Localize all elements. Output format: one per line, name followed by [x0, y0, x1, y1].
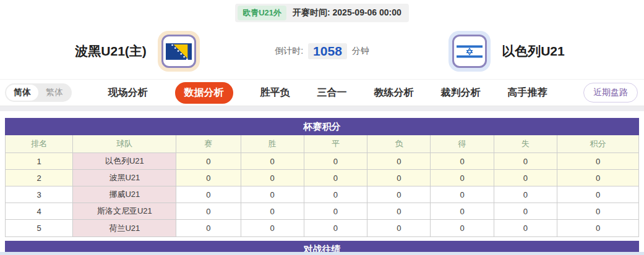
team-cell: 荷兰U21: [73, 220, 176, 236]
stat-cell: 0: [431, 220, 494, 236]
stat-cell: 0: [176, 186, 241, 203]
stat-cell: 0: [367, 203, 431, 219]
nav-tabs: 现场分析数据分析胜平负三合一教练分析裁判分析高手推荐: [72, 82, 583, 104]
table-row: 4斯洛文尼亚U210000000: [6, 203, 638, 220]
table-row: 1以色列U210000000: [6, 153, 638, 170]
stat-cell: 0: [304, 203, 367, 219]
team-cell: 挪威U21: [73, 186, 176, 203]
cup-standings-section: 杯赛积分 排名球队赛胜平负得失积分 1以色列U2100000002波黑U2100…: [5, 118, 639, 237]
kickoff-time: 开赛时间: 2025-09-06 00:00: [293, 7, 401, 19]
stat-cell: 0: [304, 153, 367, 169]
stat-cell: 0: [241, 153, 304, 169]
next-section-edge: [0, 252, 644, 255]
tab-2[interactable]: 胜平负: [260, 86, 290, 99]
rank-cell: 4: [6, 203, 73, 219]
column-header: 得: [431, 135, 494, 153]
away-team-name: 以色列U21: [502, 43, 565, 60]
stat-cell: 0: [367, 220, 431, 236]
column-header: 赛: [176, 135, 241, 153]
stat-cell: 0: [176, 153, 241, 169]
language-toggle: 简体 繁体: [5, 83, 72, 102]
column-header: 负: [367, 135, 431, 153]
rank-cell: 3: [6, 186, 73, 203]
stat-cell: 0: [494, 220, 557, 236]
away-team-zone: 以色列U21: [369, 31, 644, 72]
countdown-unit: 分钟: [352, 46, 369, 57]
stat-cell: 0: [494, 153, 557, 169]
stat-cell: 0: [304, 170, 367, 186]
cup-standings-title: 杯赛积分: [5, 118, 639, 135]
cup-standings-table: 排名球队赛胜平负得失积分 1以色列U2100000002波黑U210000000…: [5, 135, 639, 237]
israel-flag-icon: [452, 35, 487, 68]
stat-cell: 0: [241, 170, 304, 186]
column-header: 胜: [241, 135, 304, 153]
match-header: 欧青U21外 开赛时间: 2025-09-06 00:00 波黑U21(主): [0, 0, 644, 73]
lang-simplified-button[interactable]: 简体: [6, 85, 38, 101]
nav-bar: 简体 繁体 现场分析数据分析胜平负三合一教练分析裁判分析高手推荐 近期盘路: [0, 79, 644, 106]
countdown-value: 1058: [308, 43, 347, 59]
league-badge: 欧青U21外: [238, 6, 286, 20]
stat-cell: 0: [176, 220, 241, 236]
table-row: 3挪威U210000000: [6, 186, 638, 203]
stat-cell: 0: [557, 153, 638, 169]
stat-cell: 0: [176, 203, 241, 219]
stat-cell: 0: [494, 203, 557, 219]
tab-1[interactable]: 数据分析: [175, 82, 233, 104]
israel-flag: [457, 43, 483, 60]
stat-cell: 0: [367, 186, 431, 203]
rank-cell: 1: [6, 153, 73, 169]
stat-cell: 0: [494, 170, 557, 186]
home-team-name: 波黑U21(主): [75, 43, 147, 60]
table-row: 5荷兰U210000000: [6, 220, 638, 236]
table-row: 2波黑U210000000: [6, 170, 638, 186]
countdown: 倒计时: 1058 分钟: [275, 43, 369, 59]
column-header: 失: [494, 135, 557, 153]
stat-cell: 0: [241, 186, 304, 203]
kickoff-bar: 欧青U21外 开赛时间: 2025-09-06 00:00: [235, 4, 409, 22]
recent-trends-button[interactable]: 近期盘路: [583, 83, 638, 102]
stat-cell: 0: [241, 203, 304, 219]
stat-cell: 0: [241, 220, 304, 236]
column-header: 平: [304, 135, 367, 153]
column-header: 球队: [73, 135, 176, 153]
teams-row: 波黑U21(主): [0, 30, 644, 73]
home-team-zone: 波黑U21(主): [0, 31, 275, 72]
stat-cell: 0: [367, 170, 431, 186]
team-cell: 以色列U21: [73, 153, 176, 169]
rank-cell: 5: [6, 220, 73, 236]
section-divider: [0, 106, 644, 111]
stat-cell: 0: [557, 203, 638, 219]
rank-cell: 2: [6, 170, 73, 186]
tab-5[interactable]: 裁判分析: [441, 86, 481, 99]
team-cell: 斯洛文尼亚U21: [73, 203, 176, 219]
tab-3[interactable]: 三合一: [317, 86, 347, 99]
column-header: 排名: [6, 135, 73, 153]
stat-cell: 0: [431, 170, 494, 186]
stat-cell: 0: [431, 153, 494, 169]
stat-cell: 0: [176, 170, 241, 186]
tab-6[interactable]: 高手推荐: [508, 86, 547, 99]
tab-4[interactable]: 教练分析: [374, 86, 414, 99]
countdown-label: 倒计时:: [275, 46, 303, 57]
bosnia-flag-icon: [161, 35, 196, 68]
home-flag-frame: [158, 31, 200, 72]
lang-traditional-button[interactable]: 繁体: [38, 85, 71, 101]
column-header: 积分: [557, 135, 638, 153]
stat-cell: 0: [431, 186, 494, 203]
stat-cell: 0: [304, 220, 367, 236]
stat-cell: 0: [431, 203, 494, 219]
stat-cell: 0: [557, 186, 638, 203]
team-cell: 波黑U21: [73, 170, 176, 186]
stat-cell: 0: [304, 186, 367, 203]
standings-header-row: 排名球队赛胜平负得失积分: [6, 135, 638, 153]
stat-cell: 0: [557, 170, 638, 186]
away-flag-frame: [449, 31, 491, 72]
bosnia-flag: [166, 43, 192, 60]
match-analysis-page: 欧青U21外 开赛时间: 2025-09-06 00:00 波黑U21(主): [0, 0, 644, 255]
standings-body: 1以色列U2100000002波黑U2100000003挪威U210000000…: [6, 153, 638, 236]
tab-0[interactable]: 现场分析: [108, 86, 148, 99]
stat-cell: 0: [494, 186, 557, 203]
stat-cell: 0: [557, 220, 638, 236]
stat-cell: 0: [367, 153, 431, 169]
